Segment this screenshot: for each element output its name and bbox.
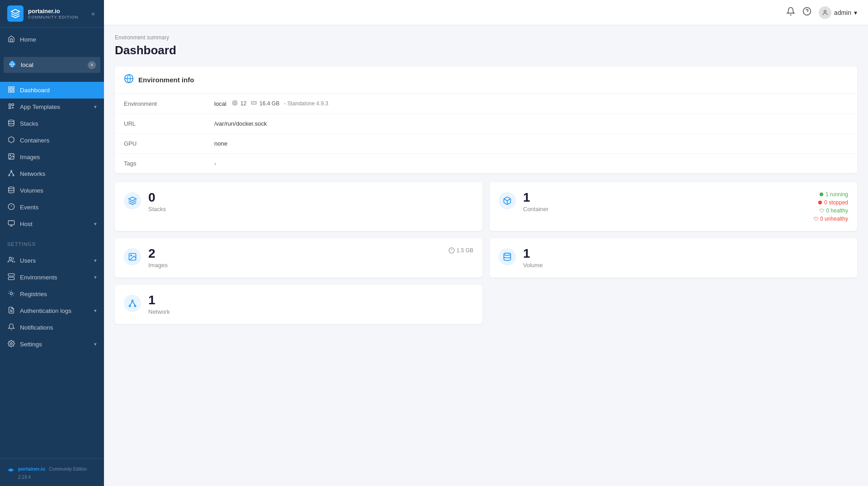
svg-point-13 xyxy=(9,187,14,189)
env-info-row-environment: Environment local 12 16.4 GB xyxy=(115,94,857,114)
user-menu-button[interactable]: admin ▾ xyxy=(819,6,857,19)
svg-point-20 xyxy=(9,257,11,260)
svg-rect-3 xyxy=(9,90,11,92)
sidebar-item-label-volumes: Volumes xyxy=(20,187,43,194)
app-templates-chevron: ▾ xyxy=(94,104,97,110)
sidebar-item-events[interactable]: Events xyxy=(0,199,104,216)
sidebar-footer: portainer.io Community Edition 2.19.4 xyxy=(0,458,104,486)
svg-point-10 xyxy=(13,175,14,176)
sidebar-item-containers[interactable]: Containers xyxy=(0,132,104,149)
svg-line-12 xyxy=(11,172,14,175)
sidebar-item-environments[interactable]: Environments ▾ xyxy=(0,269,104,286)
volumes-icon xyxy=(7,186,15,195)
containers-details: 1 running 0 stopped 0 healthy 0 unhealth… xyxy=(814,191,848,222)
sidebar-item-home[interactable]: Home xyxy=(0,31,104,48)
env-close-button[interactable]: ✕ xyxy=(88,61,96,69)
svg-point-8 xyxy=(11,170,12,172)
users-chevron: ▾ xyxy=(94,258,97,264)
environments-chevron: ▾ xyxy=(94,274,97,280)
logo-sub: COMMUNITY EDITION xyxy=(28,15,78,19)
main-content: admin ▾ Environment summary Dashboard En… xyxy=(104,0,868,486)
sidebar-item-label-stacks: Stacks xyxy=(20,120,38,127)
sidebar-item-label-notifications: Notifications xyxy=(20,324,53,331)
environment-info-card: Environment info Environment local 12 xyxy=(115,66,857,173)
sidebar-item-label-settings: Settings xyxy=(20,341,42,348)
svg-point-65 xyxy=(129,305,131,307)
sidebar-item-host[interactable]: Host ▾ xyxy=(0,216,104,232)
sidebar: portainer.io COMMUNITY EDITION « Home lo… xyxy=(0,0,104,486)
svg-rect-1 xyxy=(9,87,11,89)
svg-point-63 xyxy=(504,253,511,255)
svg-line-11 xyxy=(9,172,11,175)
home-icon xyxy=(7,35,15,44)
sidebar-item-auth-logs[interactable]: Authentication logs ▾ xyxy=(0,302,104,319)
dashboard-icon xyxy=(7,86,15,94)
sidebar-item-users[interactable]: Users ▾ xyxy=(0,252,104,269)
sidebar-item-notifications[interactable]: Notifications xyxy=(0,319,104,336)
sidebar-collapse-button[interactable]: « xyxy=(90,8,97,19)
images-icon xyxy=(7,153,15,161)
volumes-stat-icon xyxy=(499,248,516,265)
footer-logo-icon xyxy=(7,468,14,477)
svg-rect-40 xyxy=(233,101,237,105)
sidebar-item-images[interactable]: Images xyxy=(0,149,104,165)
user-avatar xyxy=(819,6,831,19)
stat-card-images[interactable]: 2 Images 1.5 GB xyxy=(115,238,482,278)
env-info-header: Environment info xyxy=(115,66,857,94)
notification-bell-button[interactable] xyxy=(786,7,795,18)
logo: portainer.io COMMUNITY EDITION xyxy=(7,5,78,22)
cpu-icon xyxy=(232,100,238,107)
stat-card-stacks[interactable]: 0 Stacks xyxy=(115,182,482,231)
sidebar-item-registries[interactable]: Registries xyxy=(0,286,104,302)
sidebar-env-item[interactable]: local ✕ xyxy=(4,57,100,73)
svg-point-59 xyxy=(131,255,132,256)
stat-card-containers[interactable]: 1 Container 1 running 0 stopped 0 health… xyxy=(490,182,857,231)
memory-icon xyxy=(251,100,257,107)
sidebar-item-dashboard[interactable]: Dashboard xyxy=(0,82,104,99)
env-info-label-tags: Tags xyxy=(115,154,205,174)
host-chevron: ▾ xyxy=(94,221,97,227)
stacks-stat-icon xyxy=(124,192,141,209)
env-info-row-tags: Tags - xyxy=(115,154,857,174)
env-icon xyxy=(8,61,16,69)
sidebar-item-label-images: Images xyxy=(20,154,40,160)
volumes-label: Volume xyxy=(523,262,848,269)
env-info-value-gpu: none xyxy=(205,134,857,154)
stacks-count: 0 xyxy=(148,191,473,204)
sidebar-item-label-registries: Registries xyxy=(20,291,47,297)
env-info-row-url: URL /var/run/docker.sock xyxy=(115,114,857,134)
images-size: 1.5 GB xyxy=(457,247,473,254)
settings-section-label: Settings xyxy=(0,236,104,249)
users-icon xyxy=(7,256,15,265)
svg-rect-2 xyxy=(12,87,14,89)
logo-text: portainer.io xyxy=(28,8,78,15)
stat-card-volumes[interactable]: 1 Volume xyxy=(490,238,857,278)
sidebar-item-app-templates[interactable]: App Templates ▾ xyxy=(0,99,104,115)
footer-logo-text: portainer.io xyxy=(18,466,45,472)
images-stat-info: 2 Images xyxy=(148,247,441,269)
sidebar-item-label-dashboard: Dashboard xyxy=(20,87,50,94)
images-label: Images xyxy=(148,262,441,269)
memory-size: 16.4 GB xyxy=(259,100,279,107)
stat-card-networks[interactable]: 1 Network xyxy=(115,285,482,324)
networks-label: Network xyxy=(148,308,473,315)
containers-stopped: 0 stopped xyxy=(814,199,848,206)
volumes-count: 1 xyxy=(523,247,848,260)
sidebar-home-section: Home xyxy=(0,28,104,52)
sidebar-item-label-host: Host xyxy=(20,221,33,227)
sidebar-item-settings[interactable]: Settings ▾ xyxy=(0,336,104,353)
sidebar-item-label-home: Home xyxy=(20,36,36,43)
stats-grid: 0 Stacks 1 Container 1 running xyxy=(115,182,857,324)
sidebar-item-stacks[interactable]: Stacks xyxy=(0,115,104,132)
sidebar-item-label-events: Events xyxy=(20,204,38,211)
containers-count: 1 xyxy=(523,191,807,204)
env-local-text: local xyxy=(214,100,226,107)
sidebar-item-networks[interactable]: Networks xyxy=(0,165,104,182)
logo-icon xyxy=(7,5,24,22)
images-stat-icon xyxy=(124,248,141,265)
sidebar-item-volumes[interactable]: Volumes xyxy=(0,182,104,199)
containers-icon xyxy=(7,136,15,145)
svg-line-68 xyxy=(132,302,135,305)
svg-line-67 xyxy=(130,302,132,305)
help-button[interactable] xyxy=(802,7,811,18)
